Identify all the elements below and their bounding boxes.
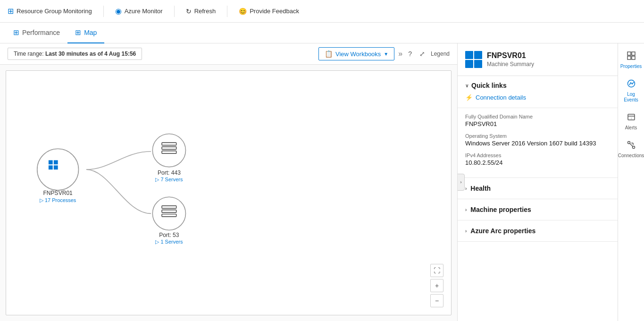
fqdn-label: Fully Qualified Domain Name [465, 114, 610, 119]
fullscreen-icon[interactable]: ⤢ [418, 48, 427, 59]
fit-view-button[interactable]: ⛶ [430, 264, 443, 277]
svg-point-8 [627, 142, 630, 144]
map-area: Time range: Last 30 minutes as of 4 Aug … [0, 43, 457, 321]
workbooks-icon: 📋 [325, 50, 333, 58]
port-443-node[interactable] [152, 134, 185, 167]
alerts-side-label: Alerts [625, 125, 637, 131]
connection-details-label: Connection details [476, 94, 526, 101]
refresh-label: Refresh [194, 8, 216, 15]
expand-chevron: » [398, 50, 402, 58]
performance-label: Performance [22, 29, 60, 36]
machine-properties-label: Machine properties [470, 206, 531, 213]
svg-rect-1 [632, 52, 635, 55]
alerts-side-button[interactable]: ! Alerts [618, 109, 644, 135]
connection-details-link[interactable]: ⚡ Connection details [465, 93, 610, 102]
server-processes-label: ▷ 17 Processes [40, 197, 76, 203]
map-toolbar-right: 📋 View Workbooks ▼ » ? ⤢ Legend [318, 47, 450, 60]
time-range-value: Last 30 minutes as of 4 Aug 15:56 [45, 51, 136, 57]
machine-properties-section[interactable]: › Machine properties [458, 199, 618, 220]
connections-side-button[interactable]: Connections [618, 136, 644, 162]
properties-side-label: Properties [620, 64, 642, 69]
dropdown-arrow-icon: ▼ [384, 51, 388, 57]
machine-details-section: Fully Qualified Domain Name FNPSVR01 Ope… [458, 108, 618, 178]
map-label: Map [84, 29, 97, 36]
windows-logo [465, 51, 482, 68]
port-53-label: Port: 53 [159, 232, 179, 238]
win-logo-tl [49, 160, 53, 164]
map-controls: ⛶ + − [430, 264, 443, 307]
main-content: Time range: Last 30 minutes as of 4 Aug … [0, 43, 644, 321]
os-value: Windows Server 2016 Version 1607 build 1… [465, 140, 610, 147]
divider [103, 6, 104, 17]
map-canvas: FNPSVR01 ▷ 17 Processes Port: 443 ▷ 7 Se… [6, 70, 452, 315]
top-bar: ⊞ Resource Group Monitoring ◉ Azure Moni… [0, 0, 644, 23]
panel-expand-button[interactable]: › [457, 174, 465, 191]
azure-monitor-icon: ◉ [115, 7, 122, 16]
tab-map[interactable]: ⊞ Map [67, 23, 104, 43]
help-icon[interactable]: ? [406, 48, 414, 59]
line-to-53 [86, 169, 151, 213]
network-map: FNPSVR01 ▷ 17 Processes Port: 443 ▷ 7 Se… [6, 71, 451, 315]
feedback-button[interactable]: 😊 Provide Feedback [237, 8, 301, 15]
azure-arc-section[interactable]: › Azure Arc properties [458, 220, 618, 242]
tabs-bar: ⊞ Performance ⊞ Map [0, 23, 644, 43]
alerts-icon: ! [627, 112, 636, 124]
port-443-servers: ▷ 7 Servers [155, 177, 183, 182]
tab-performance[interactable]: ⊞ Performance [6, 23, 67, 43]
ipv4-label: IPv4 Addresses [465, 152, 610, 158]
resource-group-monitoring-link[interactable]: ⊞ Resource Group Monitoring [6, 7, 94, 16]
svg-point-9 [632, 146, 635, 149]
quick-links-label: Quick links [471, 82, 507, 89]
machine-subtitle: Machine Summary [487, 61, 534, 68]
health-arrow-icon: › [465, 186, 467, 191]
refresh-button[interactable]: ↻ Refresh [184, 8, 218, 15]
svg-text:!: ! [631, 117, 632, 120]
panel-header: FNPSVR01 Machine Summary [458, 43, 618, 76]
quick-links-section: ∨ Quick links ⚡ Connection details [458, 76, 618, 108]
log-events-side-button[interactable]: Log Events [618, 75, 644, 107]
server-name-label: FNPSVR01 [43, 190, 73, 196]
azure-monitor-link[interactable]: ◉ Azure Monitor [113, 7, 165, 16]
machine-info: FNPSVR01 Machine Summary [487, 51, 534, 68]
health-label: Health [470, 185, 491, 192]
azure-monitor-label: Azure Monitor [125, 8, 163, 15]
rg-icon: ⊞ [8, 7, 14, 16]
map-toolbar: Time range: Last 30 minutes as of 4 Aug … [0, 43, 457, 65]
right-panel: › FNPSVR01 Machine Summary ∨ [457, 43, 618, 321]
log-events-icon [627, 79, 636, 91]
time-range-label: Time range: [14, 51, 44, 57]
chevron-right-icon: › [460, 180, 462, 185]
view-workbooks-label: View Workbooks [335, 51, 381, 58]
port-53-servers: ▷ 1 Servers [155, 239, 183, 245]
time-range-button[interactable]: Time range: Last 30 minutes as of 4 Aug … [8, 48, 142, 60]
svg-rect-0 [627, 52, 631, 55]
machine-props-arrow-icon: › [465, 207, 467, 212]
properties-side-button[interactable]: Properties [618, 47, 644, 73]
svg-rect-2 [627, 56, 631, 59]
machine-name: FNPSVR01 [487, 51, 534, 60]
ipv4-value: 10.80.2.55/24 [465, 159, 610, 166]
app-title: Resource Group Monitoring [17, 8, 92, 15]
feedback-label: Provide Feedback [250, 8, 299, 15]
os-label: Operating System [465, 133, 610, 139]
line-to-443 [86, 152, 151, 169]
port-443-label: Port: 443 [158, 169, 181, 176]
os-field: Operating System Windows Server 2016 Ver… [465, 133, 610, 147]
fqdn-value: FNPSVR01 [465, 120, 610, 127]
port-53-node[interactable] [152, 197, 185, 230]
side-icons-panel: Properties Log Events ! [618, 43, 644, 321]
win-logo-tr [54, 160, 58, 164]
connections-side-label: Connections [618, 153, 644, 159]
plug-icon: ⚡ [465, 94, 473, 101]
win-logo-bl [49, 165, 53, 169]
win-q1 [465, 51, 473, 59]
svg-line-10 [630, 144, 633, 146]
fqdn-field: Fully Qualified Domain Name FNPSVR01 [465, 114, 610, 127]
zoom-in-button[interactable]: + [430, 279, 443, 292]
divider2 [174, 6, 175, 17]
zoom-out-button[interactable]: − [430, 294, 443, 307]
win-q2 [474, 51, 482, 59]
refresh-icon: ↻ [186, 8, 192, 15]
health-section[interactable]: › Health [458, 178, 618, 199]
view-workbooks-button[interactable]: 📋 View Workbooks ▼ [318, 47, 394, 60]
